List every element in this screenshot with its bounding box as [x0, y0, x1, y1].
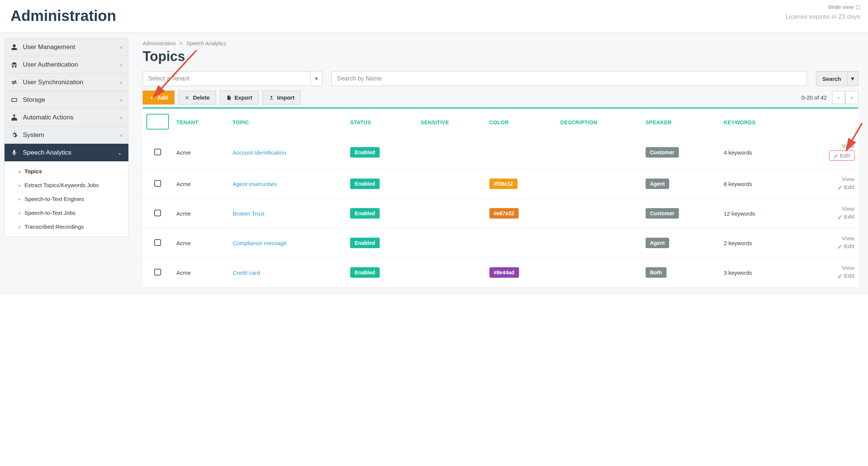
double-chevron-icon: » — [18, 225, 21, 229]
breadcrumb-speech[interactable]: Speech Analytics — [186, 40, 227, 46]
breadcrumb-admin[interactable]: Administration — [143, 40, 176, 46]
sidebar: User Management ‹ User Authentication ‹ … — [0, 33, 133, 295]
edit-icon — [833, 153, 838, 159]
export-button[interactable]: Export — [220, 91, 259, 104]
table-row: Acme Account Identification Enabled Cust… — [143, 136, 858, 169]
sidebar-item-system[interactable]: System ‹ — [4, 126, 128, 144]
status-badge: Enabled — [350, 147, 379, 158]
sidebar-item-speech-analytics[interactable]: Speech Analytics ⌄ — [4, 144, 128, 162]
sidebar-item-user-authentication[interactable]: User Authentication ‹ — [4, 56, 128, 74]
cell-tenant: Acme — [173, 258, 229, 287]
col-color[interactable]: COLOR — [486, 108, 557, 136]
cell-sensitive — [417, 169, 485, 199]
page-title: Topics — [143, 49, 858, 64]
sidebar-sub-transcribed[interactable]: »Transcribed Recordings — [5, 220, 128, 234]
double-chevron-icon: » — [18, 183, 21, 188]
speaker-badge: Customer — [646, 147, 679, 158]
gear-icon — [11, 132, 18, 138]
topic-link[interactable]: Credit card — [233, 269, 260, 276]
cell-keywords: 3 keywords — [720, 258, 795, 287]
sidebar-sub-topics[interactable]: »Topics — [5, 164, 128, 178]
double-chevron-icon: » — [18, 169, 21, 174]
sidebar-item-user-synchronization[interactable]: User Synchronization ‹ — [4, 73, 128, 91]
cell-keywords: 8 keywords — [720, 169, 795, 199]
double-chevron-icon: » — [18, 197, 21, 201]
table-row: Acme Compliance message Enabled Agent 2 … — [143, 228, 858, 258]
view-action[interactable]: View — [799, 235, 855, 241]
topic-link[interactable]: Account Identification — [233, 149, 286, 156]
search-input[interactable] — [331, 71, 807, 86]
view-action[interactable]: View — [799, 205, 855, 212]
topic-link[interactable]: Compliance message — [233, 240, 286, 246]
col-sensitive[interactable]: SENSITIVE — [417, 108, 485, 136]
license-expiry: License expires in 23 days — [786, 13, 861, 21]
col-keywords[interactable]: KEYWORDS — [720, 108, 795, 136]
edit-icon — [837, 185, 843, 190]
pagination-range: 0-20 of 42 — [801, 94, 827, 101]
row-checkbox[interactable] — [154, 149, 161, 155]
import-button[interactable]: Import — [262, 91, 301, 104]
col-status[interactable]: STATUS — [346, 108, 417, 136]
row-checkbox[interactable] — [154, 269, 161, 275]
sidebar-sub-extract[interactable]: »Extract Topics/Keywords Jobs — [5, 178, 128, 192]
edit-icon — [837, 274, 843, 279]
cell-color — [486, 136, 557, 169]
cell-color: #f39c12 — [486, 169, 557, 199]
tenant-select[interactable]: Select a Tenant ▾ — [143, 71, 322, 86]
chevron-left-icon: ‹ — [120, 132, 122, 138]
search-button[interactable]: Search — [816, 71, 847, 86]
topics-table: TENANT TOPIC STATUS SENSITIVE COLOR DESC… — [143, 107, 858, 287]
add-button[interactable]: Add — [143, 91, 174, 104]
speaker-badge: Agent — [646, 238, 670, 248]
cell-sensitive — [417, 136, 485, 169]
topic-link[interactable]: Broken Trust — [233, 210, 264, 217]
row-checkbox[interactable] — [154, 210, 161, 216]
edit-action[interactable]: Edit — [799, 272, 855, 279]
col-topic[interactable]: TOPIC — [229, 108, 346, 136]
edit-action[interactable]: Edit — [799, 184, 855, 190]
sidebar-item-storage[interactable]: Storage ‹ — [4, 91, 128, 109]
x-icon — [185, 95, 190, 100]
cell-keywords: 4 keywords — [720, 136, 795, 169]
edit-action[interactable]: Edit — [799, 213, 855, 220]
cell-tenant: Acme — [173, 169, 229, 199]
cell-sensitive — [417, 199, 485, 228]
sidebar-item-user-management[interactable]: User Management ‹ — [4, 38, 128, 56]
chevron-down-icon: ⌄ — [118, 150, 122, 156]
edit-action[interactable]: Edit — [799, 243, 855, 249]
col-description[interactable]: DESCRIPTION — [556, 108, 641, 136]
double-chevron-icon: » — [18, 211, 21, 215]
status-badge: Enabled — [350, 267, 379, 278]
cell-tenant: Acme — [173, 136, 229, 169]
row-checkbox[interactable] — [154, 180, 161, 187]
chevron-left-icon: ‹ — [120, 79, 122, 85]
sidebar-sub-jobs[interactable]: »Speech-to-Text Jobs — [5, 206, 128, 220]
search-dropdown[interactable]: ▾ — [847, 71, 858, 86]
cell-color — [486, 228, 557, 258]
delete-button[interactable]: Delete — [178, 91, 216, 104]
sidebar-sub-engines[interactable]: »Speech-to-Text Engines — [5, 192, 128, 206]
color-chip: #8e44ad — [489, 267, 519, 278]
col-speaker[interactable]: SPEAKER — [642, 108, 720, 136]
tenant-select-caret[interactable]: ▾ — [310, 71, 322, 86]
view-action[interactable]: View — [799, 176, 855, 182]
cell-color: #e67e22 — [486, 199, 557, 228]
select-all-checkbox[interactable] — [146, 114, 169, 130]
chevron-left-icon: ‹ — [120, 44, 122, 50]
wide-view-toggle[interactable]: Wide view — [786, 4, 861, 10]
edit-action[interactable]: Edit — [829, 150, 855, 161]
view-action[interactable]: View — [799, 143, 855, 149]
next-page-button[interactable]: › — [845, 91, 858, 104]
sidebar-item-automatic-actions[interactable]: Automatic Actions ‹ — [4, 109, 128, 127]
prev-page-button[interactable]: ‹ — [832, 91, 845, 104]
topic-link[interactable]: Agent insecurities — [233, 181, 277, 187]
status-badge: Enabled — [350, 238, 379, 248]
col-tenant[interactable]: TENANT — [173, 108, 229, 136]
view-action[interactable]: View — [799, 265, 855, 271]
cell-description — [556, 169, 641, 199]
cell-description — [556, 199, 641, 228]
cell-color: #8e44ad — [486, 258, 557, 287]
cell-tenant: Acme — [173, 199, 229, 228]
breadcrumb: Administration > Speech Analytics — [143, 40, 858, 46]
row-checkbox[interactable] — [154, 239, 161, 246]
